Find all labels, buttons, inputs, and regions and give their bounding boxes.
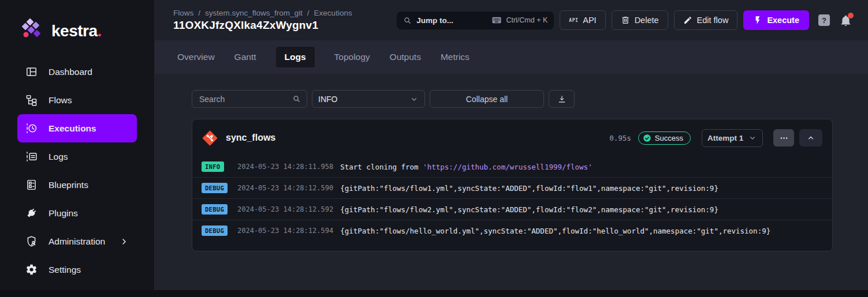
- log-lines: INFO 2024-05-23 14:28:11.958 Start cloni…: [192, 156, 832, 251]
- task-log-card-controls: 0.95s Success Attempt 1: [609, 129, 822, 147]
- chevron-down-icon: [748, 133, 757, 142]
- api-button[interactable]: API API: [560, 10, 605, 30]
- log-message: Start cloning from 'https://github.com/w…: [340, 163, 593, 171]
- tab-overview[interactable]: Overview: [177, 47, 215, 67]
- app-window: kestra. Dashboard Flows: [0, 0, 868, 297]
- log-level-select[interactable]: INFO: [312, 90, 425, 108]
- log-row: DEBUG 2024-05-23 14:28:12.594 {gitPath:"…: [192, 220, 832, 241]
- log-timestamp: 2024-05-23 14:28:12.590: [237, 184, 333, 192]
- dashboard-icon: [25, 66, 38, 78]
- tab-logs[interactable]: Logs: [276, 47, 315, 67]
- sidebar-item-label: Administration: [49, 236, 105, 247]
- sidebar-item-flows[interactable]: Flows: [17, 86, 137, 114]
- keyboard-icon: [491, 15, 502, 25]
- sidebar-item-logs[interactable]: Logs: [17, 142, 137, 171]
- sidebar: kestra. Dashboard Flows: [0, 0, 155, 297]
- notification-dot: [848, 13, 854, 18]
- kestra-logo-icon: [22, 18, 45, 44]
- sidebar-item-dashboard[interactable]: Dashboard: [17, 58, 137, 86]
- main-area: Flows / system.sync_flows_from_git / Exe…: [155, 0, 868, 297]
- log-level-badge: DEBUG: [202, 204, 228, 215]
- sidebar-item-settings[interactable]: Settings: [17, 255, 137, 284]
- task-duration: 0.95s: [609, 134, 631, 142]
- search-icon: [403, 16, 412, 25]
- flows-icon: [25, 94, 38, 106]
- tab-gantt[interactable]: Gantt: [234, 47, 256, 67]
- sidebar-item-executions[interactable]: Executions: [17, 114, 137, 142]
- breadcrumb: Flows / system.sync_flows_from_git / Exe…: [173, 9, 352, 17]
- kestra-logo[interactable]: kestra.: [0, 0, 154, 44]
- git-task-icon: [202, 130, 218, 146]
- execute-button-label: Execute: [767, 16, 799, 25]
- api-button-label: API: [583, 16, 596, 25]
- log-level-badge: DEBUG: [202, 183, 228, 193]
- attempt-select[interactable]: Attempt 1: [702, 129, 763, 147]
- help-button[interactable]: ?: [818, 14, 830, 26]
- sidebar-item-blueprints[interactable]: Blueprints: [17, 171, 137, 199]
- log-level-badge: INFO: [202, 161, 224, 172]
- sidebar-item-administration[interactable]: Administration: [17, 227, 137, 255]
- tab-topology[interactable]: Topology: [334, 47, 370, 67]
- download-logs-button[interactable]: [549, 90, 575, 108]
- executions-icon: [25, 122, 38, 134]
- breadcrumb-executions[interactable]: Executions: [314, 9, 352, 17]
- keyboard-shortcut: Ctrl/Cmd + K: [491, 15, 547, 25]
- tab-outputs[interactable]: Outputs: [390, 47, 421, 67]
- log-timestamp: 2024-05-23 14:28:11.958: [237, 163, 333, 171]
- breadcrumb-separator: /: [198, 9, 200, 17]
- execution-id-title: 11OXKJfzQXlka4ZxWygnv1: [173, 19, 352, 32]
- task-more-options-button[interactable]: [773, 129, 794, 146]
- log-row: DEBUG 2024-05-23 14:28:12.590 {gitPath:"…: [192, 177, 832, 198]
- header-actions: Jump to... Ctrl/Cmd + K API API Delete: [397, 10, 852, 30]
- dots-horizontal-icon: [779, 133, 789, 143]
- pencil-icon: [683, 16, 692, 25]
- collapse-task-button[interactable]: [799, 129, 822, 146]
- chevron-up-icon: [806, 133, 815, 142]
- delete-button[interactable]: Delete: [612, 10, 668, 30]
- log-message-text: Start cloning from: [340, 163, 423, 171]
- sidebar-item-plugins[interactable]: Plugins: [17, 199, 137, 227]
- jump-to-search[interactable]: Jump to... Ctrl/Cmd + K: [397, 12, 554, 29]
- log-level-wrap: INFO: [202, 161, 227, 172]
- lightning-icon: [753, 16, 762, 25]
- logo-dot: .: [98, 22, 102, 40]
- chevron-down-icon: [409, 95, 419, 104]
- settings-icon: [25, 264, 38, 276]
- collapse-all-label: Collapse all: [466, 95, 508, 104]
- sidebar-item-label: Plugins: [49, 208, 78, 219]
- status-badge: Success: [638, 131, 691, 145]
- status-label: Success: [655, 134, 683, 142]
- sidebar-item-label: Flows: [49, 95, 72, 106]
- log-search-input[interactable]: [198, 94, 289, 104]
- plugins-icon: [25, 207, 38, 219]
- window-bottom-edge: [0, 290, 868, 297]
- kestra-logo-text: kestra.: [51, 22, 102, 40]
- administration-icon: [25, 235, 38, 247]
- edit-flow-button[interactable]: Edit flow: [674, 10, 738, 30]
- breadcrumb-block: Flows / system.sync_flows_from_git / Exe…: [173, 9, 352, 32]
- log-level-badge: DEBUG: [202, 225, 228, 236]
- collapse-all-button[interactable]: Collapse all: [430, 90, 544, 108]
- task-log-card: sync_flows 0.95s Success Attempt 1: [192, 119, 833, 251]
- log-level-wrap: DEBUG: [202, 225, 227, 236]
- breadcrumb-flows[interactable]: Flows: [173, 9, 193, 17]
- notifications-button[interactable]: [840, 14, 852, 27]
- edit-flow-button-label: Edit flow: [697, 16, 729, 25]
- log-level-wrap: DEBUG: [202, 183, 227, 193]
- check-circle-icon: [643, 134, 651, 142]
- breadcrumb-flow-id[interactable]: system.sync_flows_from_git: [205, 9, 303, 17]
- log-row: DEBUG 2024-05-23 14:28:12.592 {gitPath:"…: [192, 198, 832, 220]
- execute-button[interactable]: Execute: [743, 10, 809, 30]
- log-level-value: INFO: [318, 95, 337, 104]
- trash-icon: [621, 16, 630, 25]
- tab-metrics[interactable]: Metrics: [441, 47, 470, 67]
- log-message-url: 'https://github.com/wrussell1999/flows': [423, 163, 593, 171]
- execution-tabs: Overview Gantt Logs Topology Outputs Met…: [155, 40, 868, 74]
- page-header: Flows / system.sync_flows_from_git / Exe…: [155, 0, 868, 40]
- log-message: {gitPath:"flows/flow1.yml",syncState:"AD…: [340, 184, 718, 193]
- jump-to-label: Jump to...: [416, 16, 453, 25]
- task-name: sync_flows: [226, 133, 275, 143]
- api-icon: API: [569, 18, 578, 23]
- help-icon: ?: [822, 16, 826, 25]
- attempt-label: Attempt 1: [707, 134, 743, 142]
